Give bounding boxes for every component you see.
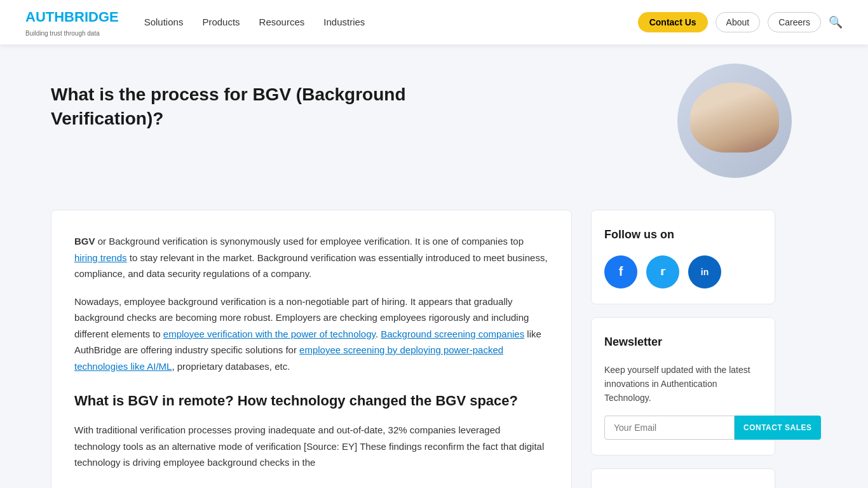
follow-title: Follow us on bbox=[604, 226, 762, 244]
twitter-icon: 𝕣 bbox=[660, 266, 665, 278]
main-content: BGV or Background verification is synony… bbox=[0, 191, 868, 488]
sidebar: Follow us on f 𝕣 in Newsletter Keep your… bbox=[591, 210, 775, 488]
navbar: AUTHBRIDGE Building trust through data S… bbox=[0, 0, 868, 44]
page-title: What is the process for BGV (Background … bbox=[51, 83, 483, 131]
linkedin-button[interactable]: in bbox=[688, 255, 721, 288]
logo-tagline: Building trust through data bbox=[25, 29, 119, 39]
hero-text: What is the process for BGV (Background … bbox=[51, 70, 483, 131]
article-para2: Nowadays, employee background verificati… bbox=[74, 294, 548, 375]
article-para1: BGV or Background verification is synony… bbox=[74, 233, 548, 282]
newsletter-text: Keep yourself updated with the latest in… bbox=[604, 363, 762, 405]
article-para3: With traditional verification processes … bbox=[74, 422, 548, 471]
nav-products[interactable]: Products bbox=[202, 15, 240, 30]
logo-a: A bbox=[25, 9, 36, 25]
sidebar-success-card: Success Stories bbox=[591, 468, 775, 488]
bgv-bold: BGV bbox=[74, 236, 95, 247]
email-input[interactable] bbox=[604, 416, 735, 440]
article-intro-text2: to stay relevant in the market. Backgrou… bbox=[74, 252, 548, 280]
ev-link[interactable]: employee verification with the power of … bbox=[163, 329, 376, 339]
nav-industries[interactable]: Industries bbox=[323, 15, 365, 30]
nav-solutions[interactable]: Solutions bbox=[144, 15, 184, 30]
navbar-left: AUTHBRIDGE Building trust through data S… bbox=[25, 6, 365, 38]
contact-sales-button[interactable]: CONTACT SALES bbox=[735, 416, 821, 440]
search-icon[interactable]: 🔍 bbox=[829, 15, 843, 29]
logo[interactable]: AUTHBRIDGE Building trust through data bbox=[25, 6, 119, 38]
contact-us-button[interactable]: Contact Us bbox=[638, 12, 708, 32]
facebook-icon: f bbox=[619, 264, 623, 279]
careers-button[interactable]: Careers bbox=[768, 12, 821, 32]
article: BGV or Background verification is synony… bbox=[51, 210, 572, 488]
nav-resources[interactable]: Resources bbox=[259, 15, 305, 30]
about-button[interactable]: About bbox=[715, 12, 761, 32]
article-subheading: What is BGV in remote? How technology ch… bbox=[74, 390, 548, 412]
para2b-text: . bbox=[376, 329, 381, 339]
logo-rest: UTHBRIDGE bbox=[36, 9, 119, 25]
facebook-button[interactable]: f bbox=[604, 255, 637, 288]
success-stories-title: Success Stories bbox=[604, 484, 762, 488]
social-icons: f 𝕣 in bbox=[604, 255, 762, 288]
newsletter-title: Newsletter bbox=[604, 333, 762, 351]
sidebar-follow-card: Follow us on f 𝕣 in bbox=[591, 210, 775, 304]
twitter-button[interactable]: 𝕣 bbox=[646, 255, 679, 288]
navbar-right: Contact Us About Careers 🔍 bbox=[638, 12, 843, 32]
nav-links: Solutions Products Resources Industries bbox=[144, 15, 365, 30]
hero-section: What is the process for BGV (Background … bbox=[0, 44, 868, 191]
hiring-trends-link[interactable]: hiring trends bbox=[74, 252, 127, 263]
newsletter-form: CONTACT SALES bbox=[604, 416, 762, 440]
logo-name: AUTHBRIDGE bbox=[25, 6, 119, 28]
linkedin-icon: in bbox=[701, 267, 709, 277]
article-intro-text: or Background verification is synonymous… bbox=[95, 236, 524, 247]
bg-link[interactable]: Background screening companies bbox=[381, 329, 524, 339]
sidebar-newsletter-card: Newsletter Keep yourself updated with th… bbox=[591, 317, 775, 456]
para2d-text: , proprietary databases, etc. bbox=[172, 361, 290, 372]
hero-image bbox=[677, 64, 792, 178]
